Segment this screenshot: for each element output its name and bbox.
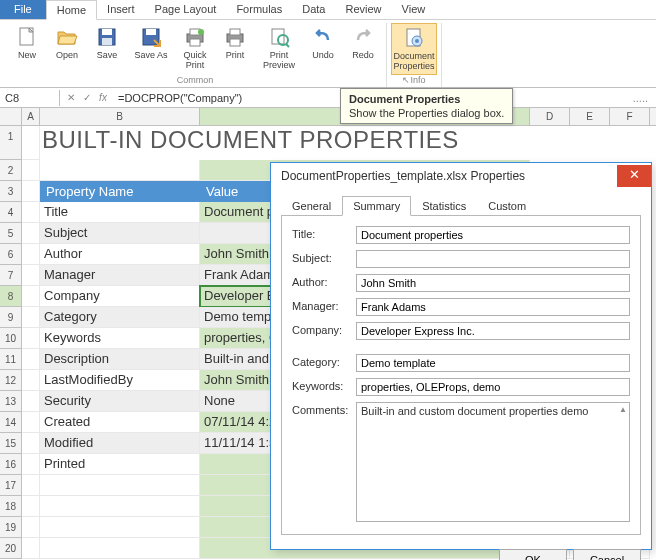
col-header-d[interactable]: D — [530, 108, 570, 125]
comments-field[interactable]: Built-in and custom document properties … — [356, 402, 630, 522]
cell[interactable] — [22, 475, 40, 496]
keywords-field[interactable] — [356, 378, 630, 396]
row-header[interactable]: 6 — [0, 244, 22, 265]
new-button[interactable]: New — [8, 23, 46, 73]
row-header[interactable]: 3 — [0, 181, 22, 202]
col-header-e[interactable]: E — [570, 108, 610, 125]
cell[interactable] — [40, 475, 200, 496]
row-header[interactable]: 5 — [0, 223, 22, 244]
quick-print-button[interactable]: Quick Print — [176, 23, 214, 73]
row-header[interactable]: 11 — [0, 349, 22, 370]
cell[interactable] — [22, 126, 40, 160]
cell[interactable] — [22, 244, 40, 265]
cell[interactable] — [22, 496, 40, 517]
cell[interactable] — [22, 433, 40, 454]
cell[interactable] — [40, 538, 200, 559]
col-header-b[interactable]: B — [40, 108, 200, 125]
cell[interactable] — [22, 307, 40, 328]
tab-data[interactable]: Data — [292, 0, 335, 19]
row-header[interactable]: 1 — [0, 126, 22, 160]
table-cell-name[interactable]: Created — [40, 412, 200, 433]
table-cell-name[interactable]: Modified — [40, 433, 200, 454]
page-title[interactable]: BUILT-IN DOCUMENT PROPERTIES — [40, 126, 548, 160]
formula-expand[interactable]: ..... — [625, 92, 656, 104]
cell[interactable] — [22, 181, 40, 202]
cell[interactable] — [22, 223, 40, 244]
table-cell-name[interactable]: Keywords — [40, 328, 200, 349]
scroll-up-icon[interactable]: ▲ — [619, 405, 627, 414]
cell[interactable] — [22, 391, 40, 412]
fx-icon[interactable]: fx — [96, 92, 110, 103]
row-header[interactable]: 20 — [0, 538, 22, 559]
name-box[interactable]: C8 — [0, 90, 60, 106]
undo-button[interactable]: Undo — [304, 23, 342, 73]
open-button[interactable]: Open — [48, 23, 86, 73]
table-cell-name[interactable]: Category — [40, 307, 200, 328]
col-header-a[interactable]: A — [22, 108, 40, 125]
tab-custom[interactable]: Custom — [477, 196, 537, 216]
table-cell-name[interactable]: Printed — [40, 454, 200, 475]
author-field[interactable] — [356, 274, 630, 292]
cell[interactable] — [40, 517, 200, 538]
cell[interactable] — [22, 517, 40, 538]
ok-button[interactable]: OK — [499, 549, 567, 560]
row-header[interactable]: 18 — [0, 496, 22, 517]
tab-home[interactable]: Home — [46, 0, 97, 20]
tab-formulas[interactable]: Formulas — [226, 0, 292, 19]
redo-button[interactable]: Redo — [344, 23, 382, 73]
row-header[interactable]: 13 — [0, 391, 22, 412]
tab-view[interactable]: View — [392, 0, 436, 19]
row-header[interactable]: 15 — [0, 433, 22, 454]
title-field[interactable] — [356, 226, 630, 244]
col-header-f[interactable]: F — [610, 108, 650, 125]
tab-general[interactable]: General — [281, 196, 342, 216]
row-header[interactable]: 8 — [0, 286, 22, 307]
cell[interactable] — [22, 328, 40, 349]
row-header[interactable]: 2 — [0, 160, 22, 181]
close-button[interactable]: ✕ — [617, 165, 651, 187]
row-header[interactable]: 16 — [0, 454, 22, 475]
tab-page-layout[interactable]: Page Layout — [145, 0, 227, 19]
cell[interactable] — [22, 349, 40, 370]
dialog-titlebar[interactable]: DocumentProperties_template.xlsx Propert… — [271, 163, 651, 189]
row-header[interactable]: 7 — [0, 265, 22, 286]
cell[interactable] — [40, 496, 200, 517]
cell[interactable] — [22, 538, 40, 559]
cell[interactable] — [22, 160, 40, 181]
cancel-button[interactable]: Cancel — [573, 549, 641, 560]
subject-field[interactable] — [356, 250, 630, 268]
table-header[interactable]: Property Name — [40, 181, 200, 202]
table-cell-name[interactable]: Description — [40, 349, 200, 370]
cell[interactable] — [40, 160, 200, 181]
row-header[interactable]: 12 — [0, 370, 22, 391]
save-as-button[interactable]: Save As — [128, 23, 174, 73]
row-header[interactable]: 14 — [0, 412, 22, 433]
row-header[interactable]: 9 — [0, 307, 22, 328]
document-properties-button[interactable]: Document Properties — [391, 23, 437, 75]
company-field[interactable] — [356, 322, 630, 340]
tab-file[interactable]: File — [0, 0, 46, 19]
print-preview-button[interactable]: Print Preview — [256, 23, 302, 73]
cell[interactable] — [22, 265, 40, 286]
row-header[interactable]: 10 — [0, 328, 22, 349]
table-cell-name[interactable]: Security — [40, 391, 200, 412]
select-all-corner[interactable] — [0, 108, 22, 125]
tab-review[interactable]: Review — [335, 0, 391, 19]
table-cell-name[interactable]: Subject — [40, 223, 200, 244]
tab-insert[interactable]: Insert — [97, 0, 145, 19]
cancel-formula-icon[interactable]: ✕ — [64, 92, 78, 103]
cell[interactable] — [22, 202, 40, 223]
cell[interactable] — [22, 412, 40, 433]
row-header[interactable]: 4 — [0, 202, 22, 223]
cell[interactable] — [22, 286, 40, 307]
print-button[interactable]: Print — [216, 23, 254, 73]
tab-statistics[interactable]: Statistics — [411, 196, 477, 216]
table-cell-name[interactable]: Manager — [40, 265, 200, 286]
tab-summary[interactable]: Summary — [342, 196, 411, 216]
table-cell-name[interactable]: Title — [40, 202, 200, 223]
row-header[interactable]: 17 — [0, 475, 22, 496]
table-cell-name[interactable]: Author — [40, 244, 200, 265]
accept-formula-icon[interactable]: ✓ — [80, 92, 94, 103]
save-button[interactable]: Save — [88, 23, 126, 73]
cell[interactable] — [22, 370, 40, 391]
